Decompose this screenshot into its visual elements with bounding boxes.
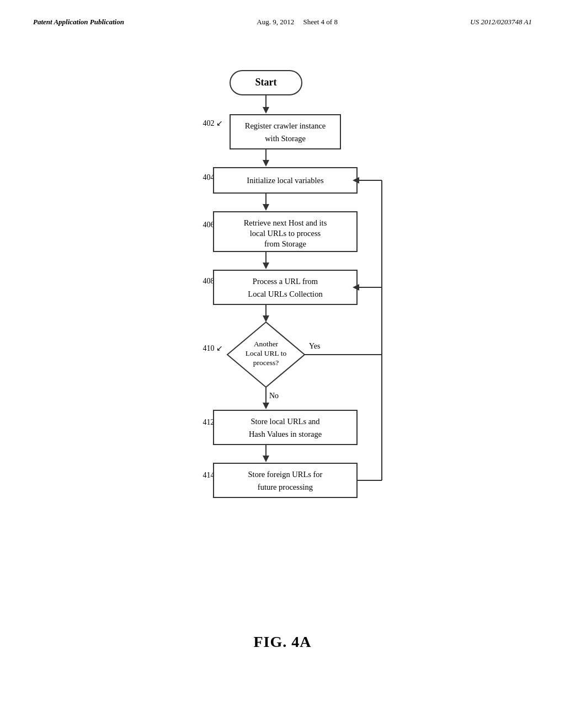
figure-label: FIG. 4A [0, 633, 565, 651]
node-410-line2: Local URL to [246, 349, 287, 357]
node-406-line2: local URLs to process [250, 229, 321, 238]
svg-rect-12 [214, 270, 357, 304]
svg-rect-22 [214, 410, 357, 445]
node-410-line1: Another [254, 340, 279, 348]
node-402-line2: with Storage [265, 134, 306, 143]
node-412-line1: Store local URLs and [250, 417, 320, 426]
page-header: Patent Application Publication Aug. 9, 2… [0, 0, 565, 26]
svg-marker-21 [263, 403, 269, 409]
yes-label: Yes [309, 342, 320, 350]
svg-marker-8 [263, 204, 269, 211]
no-label: No [269, 392, 279, 400]
svg-marker-2 [263, 107, 269, 114]
node-412-line2: Hash Values in storage [249, 430, 322, 438]
node-414-line1: Store foreign URLs for [248, 470, 323, 479]
label-402: 402 ↙ [203, 119, 223, 127]
header-date: Aug. 9, 2012 [257, 18, 294, 26]
node-406-line3: from Storage [264, 239, 306, 248]
flowchart-svg: Start 402 ↙ Register crawler instance wi… [128, 60, 437, 600]
header-date-sheet: Aug. 9, 2012 Sheet 4 of 8 [257, 18, 338, 26]
svg-marker-5 [263, 160, 269, 167]
header-patent-number: US 2012/0203748 A1 [470, 18, 532, 26]
header-publication: Patent Application Publication [33, 18, 124, 26]
node-408-line1: Process a URL from [253, 277, 318, 286]
svg-marker-11 [263, 263, 269, 269]
node-402-line1: Register crawler instance [245, 121, 326, 130]
diagram-container: Start 402 ↙ Register crawler instance wi… [0, 26, 565, 600]
node-414-line2: future processing [258, 483, 313, 491]
svg-marker-14 [263, 315, 269, 322]
svg-rect-3 [230, 115, 340, 149]
header-sheet: Sheet 4 of 8 [303, 18, 337, 26]
node-404: Initialize local variables [247, 176, 324, 185]
svg-marker-24 [263, 456, 269, 462]
node-408-line2: Local URLs Collection [248, 290, 323, 298]
svg-rect-25 [214, 463, 357, 497]
node-410-line3: process? [253, 358, 279, 367]
label-410: 410 ↙ [203, 344, 223, 352]
node-406-line1: Retrieve next Host and its [244, 218, 327, 227]
start-label: Start [255, 77, 277, 88]
